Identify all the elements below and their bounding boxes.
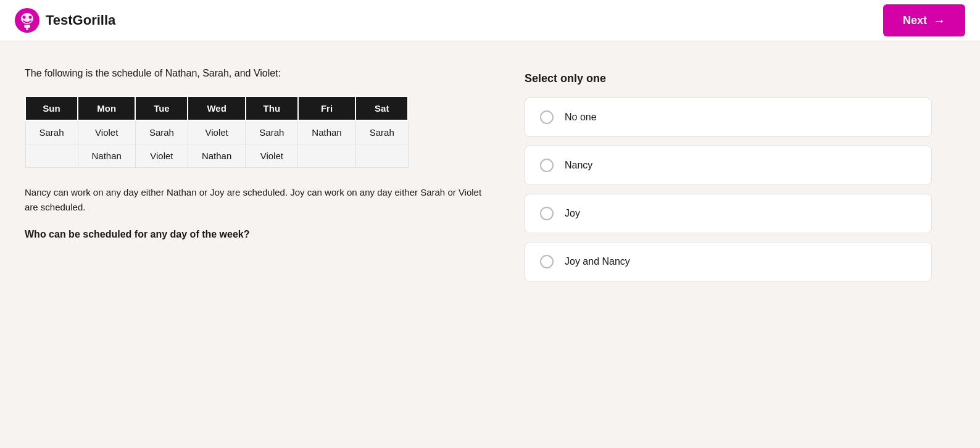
main-content: The following is the schedule of Nathan,… (0, 41, 980, 315)
schedule-table: Sun Mon Tue Wed Thu Fri Sat Sarah Violet… (25, 96, 409, 168)
r1-mon: Violet (78, 120, 135, 144)
description-text: Nancy can work on any day either Nathan … (25, 185, 488, 215)
col-thu: Thu (246, 96, 298, 120)
app-header: TestGorilla Next → (0, 0, 980, 41)
question-panel: The following is the schedule of Nathan,… (25, 66, 488, 290)
r1-wed: Violet (188, 120, 245, 144)
svg-point-2 (23, 16, 26, 19)
option-joy-and-nancy-label: Joy and Nancy (565, 256, 630, 267)
schedule-row-1: Sarah Violet Sarah Violet Sarah Nathan S… (25, 120, 408, 144)
svg-point-3 (29, 16, 32, 19)
r2-sat (355, 144, 408, 168)
col-sun: Sun (25, 96, 78, 120)
col-wed: Wed (188, 96, 245, 120)
r1-tue: Sarah (135, 120, 188, 144)
logo-area: TestGorilla (15, 8, 115, 33)
r2-thu: Violet (246, 144, 298, 168)
r1-fri: Nathan (298, 120, 355, 144)
next-button-label: Next (903, 14, 927, 27)
schedule-row-2: Nathan Violet Nathan Violet (25, 144, 408, 168)
r1-sun: Sarah (25, 120, 78, 144)
intro-text: The following is the schedule of Nathan,… (25, 66, 488, 81)
r1-thu: Sarah (246, 120, 298, 144)
col-sat: Sat (355, 96, 408, 120)
r2-fri (298, 144, 355, 168)
select-label: Select only one (525, 72, 932, 85)
r2-sun (25, 144, 78, 168)
col-fri: Fri (298, 96, 355, 120)
option-no-one[interactable]: No one (525, 97, 932, 137)
svg-rect-5 (26, 28, 28, 30)
col-mon: Mon (78, 96, 135, 120)
logo-icon (15, 8, 39, 33)
r2-tue: Violet (135, 144, 188, 168)
arrow-icon: → (933, 14, 945, 28)
schedule-header-row: Sun Mon Tue Wed Thu Fri Sat (25, 96, 408, 120)
radio-nancy[interactable] (540, 159, 554, 172)
next-button[interactable]: Next → (883, 4, 965, 36)
logo-text: TestGorilla (46, 12, 115, 28)
radio-no-one[interactable] (540, 110, 554, 124)
option-joy-and-nancy[interactable]: Joy and Nancy (525, 242, 932, 281)
option-joy[interactable]: Joy (525, 194, 932, 233)
radio-joy-and-nancy[interactable] (540, 255, 554, 268)
radio-joy[interactable] (540, 207, 554, 220)
option-nancy-label: Nancy (565, 160, 592, 171)
col-tue: Tue (135, 96, 188, 120)
svg-rect-4 (24, 25, 30, 28)
r2-mon: Nathan (78, 144, 135, 168)
question-text: Who can be scheduled for any day of the … (25, 227, 488, 242)
option-nancy[interactable]: Nancy (525, 146, 932, 185)
option-no-one-label: No one (565, 112, 597, 123)
option-joy-label: Joy (565, 208, 580, 219)
answer-panel: Select only one No one Nancy Joy Joy and… (525, 66, 932, 290)
r2-wed: Nathan (188, 144, 245, 168)
r1-sat: Sarah (355, 120, 408, 144)
